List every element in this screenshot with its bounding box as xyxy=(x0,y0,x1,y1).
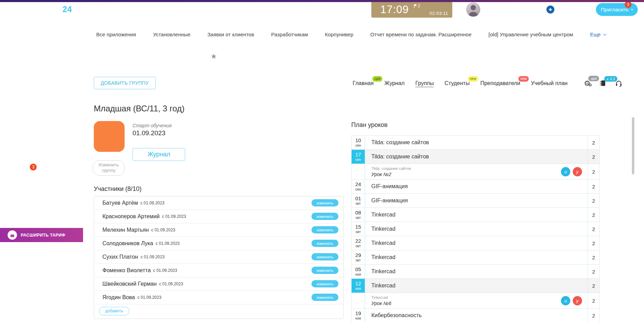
participant-edit-button[interactable]: изменить xyxy=(311,213,338,220)
lesson-delete-button[interactable]: у xyxy=(573,167,582,176)
flag-count: 2 xyxy=(418,3,420,8)
edit-group-button[interactable]: Изменить группу xyxy=(93,160,125,176)
planner-clock-widget[interactable]: 17:09 2 02:03:11 xyxy=(371,2,452,18)
app-tab-more[interactable]: Еще xyxy=(590,31,606,37)
participant-edit-button[interactable]: изменить xyxy=(311,240,338,247)
user-menu[interactable]: Ян Швейковский ▾ xyxy=(485,6,532,12)
sidebar-item[interactable]: Группы xyxy=(0,123,83,136)
inner-tab[interactable]: Преподаватели new xyxy=(480,80,520,86)
upgrade-tariff-banner[interactable]: РАСШИРИТЬ ТАРИФ xyxy=(0,228,83,242)
tab-icon-cluster: ⚙ ⚙ upd v. 0.3 xyxy=(584,80,622,87)
lesson-edit-button[interactable]: и xyxy=(561,296,570,305)
participant-since: с 01.09.2023 xyxy=(140,201,164,205)
sidebar-item[interactable]: Seller: прогнозирование... xyxy=(0,86,83,99)
add-group-button[interactable]: ДОБАВИТЬ ГРУППУ xyxy=(94,77,156,89)
my-tariff-button[interactable]: ❖ Мой тариф ▾ xyxy=(544,4,593,15)
participant-edit-button[interactable]: изменить xyxy=(311,199,338,206)
favorite-star-icon[interactable]: ★ xyxy=(210,52,217,61)
sidebar-footer-item[interactable]: КАРТА САЙТА xyxy=(0,193,83,204)
app-tab[interactable]: Корпунивер xyxy=(325,31,353,37)
sidebar-item[interactable]: Отчет времени по задач... xyxy=(0,49,83,61)
add-participant-button[interactable]: добавить xyxy=(99,307,129,315)
lesson-row[interactable]: Tinkercad Урок №6 и у 2 xyxy=(352,293,599,309)
lesson-delete-button[interactable]: у xyxy=(573,296,582,305)
lesson-row[interactable]: 15 окт Tinkercad 2 xyxy=(352,222,599,236)
content-panel: ДОБАВИТЬ ГРУППУ Главная upd Журнал Групп… xyxy=(83,70,636,322)
lesson-row[interactable]: 22 окт Tinkercad 2 xyxy=(352,236,599,250)
lesson-date-cell: 22 окт xyxy=(352,236,365,250)
tab-badge: new xyxy=(518,76,529,82)
lesson-date-cell xyxy=(352,293,365,308)
participant-edit-button[interactable]: изменить xyxy=(311,253,338,260)
app-tab[interactable]: Отчет времени по задачам. Расширенное xyxy=(370,31,472,37)
app-tab[interactable]: Все приложения xyxy=(96,31,136,37)
sidebar-item[interactable]: Ещё ▾ 3 xyxy=(0,161,83,173)
user-name: Ян Швейковский xyxy=(485,6,527,12)
sidebar-footer-item[interactable]: ПОМОЩЬ xyxy=(0,182,83,193)
sidebar-footer-item[interactable]: ПРИГЛАСИТЬ СОТРУДНИКОВ xyxy=(0,214,83,225)
sidebar-item[interactable]: CRM xyxy=(0,24,83,36)
sidebar-item[interactable]: Задачи и Проекты xyxy=(0,36,83,49)
start-date-label: Старт обучения xyxy=(133,123,185,128)
lesson-hours: 2 xyxy=(588,150,599,164)
sidebar-item[interactable]: План продаж xyxy=(0,99,83,111)
lesson-hours: 2 xyxy=(588,250,599,264)
participant-name: Мелехин Мартьян xyxy=(102,227,149,233)
lesson-subject: GIF-анимация xyxy=(371,183,408,190)
lesson-row[interactable]: 12 ноя Tinkercad 2 xyxy=(352,279,599,293)
inner-tab[interactable]: Журнал xyxy=(384,80,405,86)
lesson-edit-button[interactable]: и xyxy=(561,167,570,176)
participant-edit-button[interactable]: изменить xyxy=(311,267,338,274)
module-chip-icon[interactable]: v. 0.3 xyxy=(600,80,606,86)
lesson-row[interactable]: 19 ноя Кибербезопасность 2 xyxy=(352,309,599,322)
sidebar-footer-item[interactable]: НАСТРОИТЬ МЕНЮ xyxy=(0,204,83,214)
lesson-row[interactable]: 01 окт GIF-анимация 2 xyxy=(352,194,599,208)
lesson-row[interactable]: 08 окт Tinkercad 2 xyxy=(352,208,599,222)
inner-tab[interactable]: Главная upd xyxy=(353,80,374,86)
inner-tab[interactable]: Учебный план xyxy=(531,80,568,86)
app-tab[interactable]: Установленные xyxy=(153,31,190,37)
lesson-row[interactable]: Tilda: создание сайтов Урок №2 и у 2 xyxy=(352,164,599,180)
journal-button[interactable]: Журнал xyxy=(133,148,185,161)
settings-gears-icon[interactable]: ⚙ ⚙ upd xyxy=(584,80,590,87)
lesson-row[interactable]: 29 окт Tinkercad 2 xyxy=(352,250,599,265)
participant-edit-button[interactable]: изменить xyxy=(311,294,338,301)
user-avatar[interactable] xyxy=(466,2,480,17)
lesson-row[interactable]: 24 сен GIF-анимация 2 xyxy=(352,180,599,194)
vertical-scrollbar[interactable] xyxy=(632,117,634,174)
app-tab[interactable]: Заявки от клиентов xyxy=(207,31,254,37)
participant-since: с 01.09.2023 xyxy=(156,241,180,246)
lesson-date-cell xyxy=(352,164,365,179)
lesson-detail-name: Урок №2 xyxy=(371,172,411,177)
inner-tabs: Главная upd Журнал Группы Студент xyxy=(353,77,622,87)
invite-button[interactable]: Пригласить ▾ 3 xyxy=(596,3,638,16)
sidebar-item[interactable]: Финансовый учет xyxy=(0,61,83,74)
sidebar-item[interactable]: Управление учебным ц... xyxy=(6,74,83,86)
support-headset-icon[interactable] xyxy=(615,80,622,87)
lesson-row[interactable]: 17 сен Tilda: создание сайтов 2 xyxy=(352,150,599,164)
crown-icon xyxy=(8,230,17,240)
app-tab[interactable]: Разработчикам xyxy=(271,31,308,37)
lesson-plan-title: План уроков xyxy=(351,121,600,129)
sidebar-item[interactable]: КЭДО xyxy=(0,136,83,148)
lesson-row[interactable]: 05 ноя Tinkercad 2 xyxy=(352,265,599,279)
search-icon[interactable] xyxy=(306,7,312,13)
lesson-hours: 2 xyxy=(588,208,599,222)
brand-logo[interactable]: VJ Studio24 xyxy=(21,4,72,14)
lesson-row[interactable]: 10 сен Tilda: создание сайтов 2 xyxy=(352,136,599,150)
inner-tab[interactable]: Группы xyxy=(415,80,434,86)
participant-edit-button[interactable]: изменить xyxy=(311,280,338,287)
sliders-icon[interactable] xyxy=(74,7,80,13)
participant-since: с 01.09.2023 xyxy=(137,295,161,300)
participant-row: Красноперов Артемий с 01.09.2023 изменит… xyxy=(94,210,343,223)
app-tab[interactable]: [old] Управление учебным центром xyxy=(489,31,573,37)
chevron-down-icon xyxy=(603,32,607,36)
inner-tab[interactable]: Студенты new xyxy=(444,80,469,86)
participant-since: с 01.09.2023 xyxy=(162,214,186,219)
hamburger-menu-icon[interactable] xyxy=(8,7,16,13)
participant-edit-button[interactable]: изменить xyxy=(311,226,338,233)
sidebar-item[interactable]: BI Конструктор xyxy=(0,148,83,161)
lesson-subject: Tinkercad xyxy=(371,240,396,246)
search-input[interactable] xyxy=(85,7,306,13)
sidebar-item[interactable]: [old] Управление учебн... xyxy=(0,111,83,123)
